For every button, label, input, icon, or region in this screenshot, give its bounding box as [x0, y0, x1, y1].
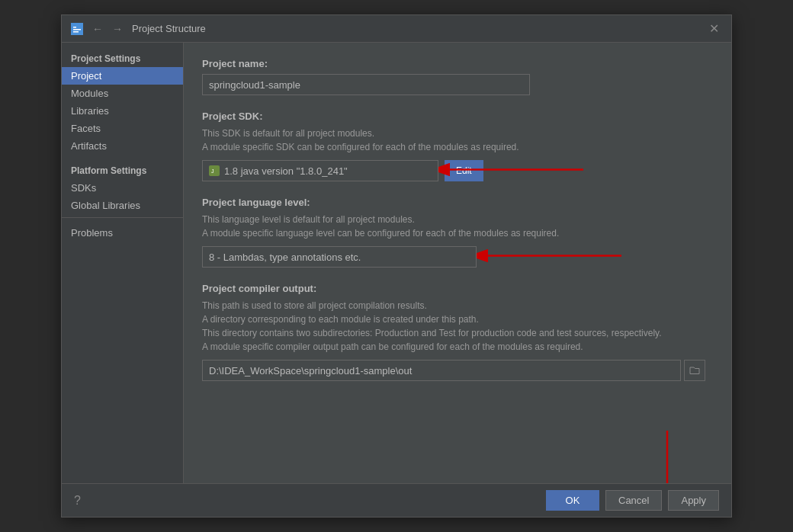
project-compiler-output-group: Project compiler output: This path is us…: [202, 283, 713, 381]
project-name-input[interactable]: [202, 74, 530, 95]
dialog-icon: [71, 23, 83, 35]
sidebar-item-artifacts[interactable]: Artifacts: [62, 137, 183, 155]
dialog-body: Project Settings Project Modules Librari…: [62, 43, 731, 483]
apply-button[interactable]: Apply: [668, 490, 719, 511]
footer-buttons: OK Cancel Apply: [546, 490, 719, 511]
sidebar-item-project[interactable]: Project: [62, 67, 183, 85]
lang-arrow-annotation: [477, 245, 629, 270]
project-sdk-desc: This SDK is default for all project modu…: [202, 127, 713, 154]
sdk-icon: J: [209, 165, 220, 176]
title-bar-left: ← → Project Structure: [71, 21, 206, 37]
forward-button[interactable]: →: [109, 21, 126, 37]
sidebar-item-sdks[interactable]: SDKs: [62, 179, 183, 197]
ok-arrow-annotation: [202, 427, 713, 483]
svg-rect-1: [73, 27, 76, 28]
ok-button[interactable]: OK: [546, 490, 599, 511]
sidebar-item-libraries[interactable]: Libraries: [62, 102, 183, 120]
project-settings-label: Project Settings: [62, 49, 183, 67]
svg-rect-3: [73, 31, 79, 33]
sdk-dropdown[interactable]: J 1.8 java version "1.8.0_241": [202, 160, 438, 181]
language-level-value: 8 - Lambdas, type annotations etc.: [209, 252, 361, 263]
help-button[interactable]: ?: [74, 494, 81, 508]
title-bar-nav: ← →: [89, 21, 126, 37]
project-sdk-group: Project SDK: This SDK is default for all…: [202, 111, 713, 181]
language-level-dropdown[interactable]: 8 - Lambdas, type annotations etc.: [202, 246, 477, 268]
platform-settings-label: Platform Settings: [62, 161, 183, 179]
title-bar: ← → Project Structure ✕: [62, 15, 731, 43]
dialog-title: Project Structure: [132, 23, 206, 34]
sdk-value: 1.8 java version "1.8.0_241": [224, 165, 348, 177]
project-name-group: Project name:: [202, 58, 713, 95]
svg-rect-2: [73, 29, 81, 30]
edit-sdk-button[interactable]: Edit: [445, 160, 483, 181]
sidebar: Project Settings Project Modules Librari…: [62, 43, 184, 483]
sidebar-item-global-libraries[interactable]: Global Libraries: [62, 197, 183, 214]
project-language-level-group: Project language level: This language le…: [202, 197, 713, 268]
project-name-label: Project name:: [202, 58, 713, 69]
compiler-output-desc: This path is used to store all project c…: [202, 299, 713, 354]
project-language-level-label: Project language level:: [202, 197, 713, 208]
main-content: Project name: Project SDK: This SDK is d…: [184, 43, 731, 483]
dialog-footer: ? OK Cancel Apply: [62, 483, 731, 517]
sidebar-item-modules[interactable]: Modules: [62, 85, 183, 102]
sidebar-item-facets[interactable]: Facets: [62, 120, 183, 137]
svg-text:J: J: [211, 168, 214, 174]
compiler-output-row: [202, 360, 705, 381]
compiler-output-folder-button[interactable]: [684, 360, 705, 381]
project-compiler-output-label: Project compiler output:: [202, 283, 713, 294]
close-button[interactable]: ✕: [706, 21, 722, 36]
cancel-button[interactable]: Cancel: [605, 490, 662, 511]
sidebar-item-problems[interactable]: Problems: [62, 224, 183, 242]
project-language-level-desc: This language level is default for all p…: [202, 213, 713, 240]
compiler-output-input[interactable]: [202, 360, 681, 381]
project-structure-dialog: ← → Project Structure ✕ Project Settings…: [61, 14, 732, 518]
project-sdk-label: Project SDK:: [202, 111, 713, 122]
back-button[interactable]: ←: [89, 21, 106, 37]
